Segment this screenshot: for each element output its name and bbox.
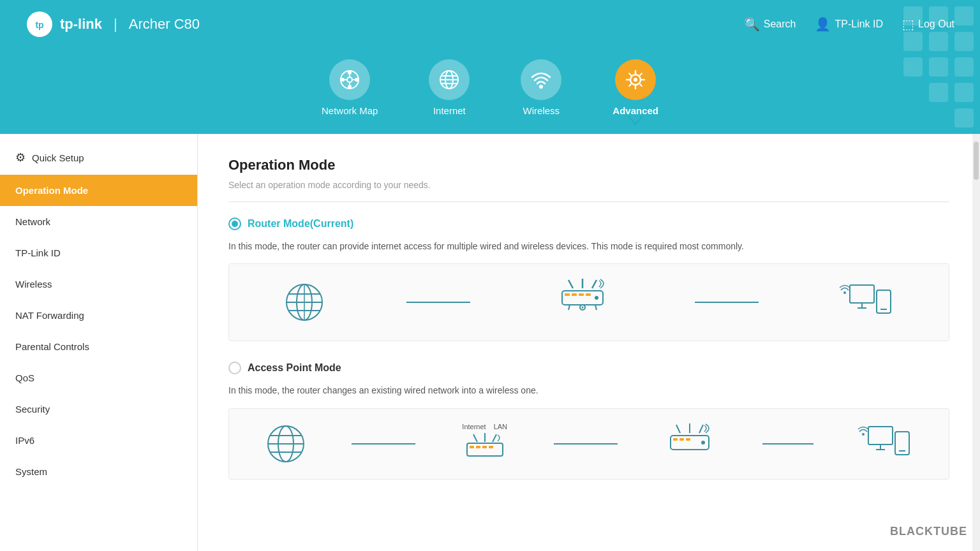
logo-model: Archer C80: [129, 16, 200, 33]
network-map-svg: [338, 68, 361, 91]
router-mode-radio[interactable]: [228, 217, 241, 230]
sidebar-item-network-label: Network: [15, 216, 50, 227]
router-mode-title[interactable]: Router Mode(Current): [248, 218, 353, 230]
ap-diagram-router2: [661, 422, 718, 466]
access-point-mode-radio[interactable]: [228, 362, 241, 374]
internet-label: Internet: [433, 105, 466, 116]
sidebar-item-wireless[interactable]: Wireless: [0, 268, 197, 300]
svg-point-29: [539, 85, 543, 89]
svg-line-56: [595, 305, 597, 310]
ap-internet-label: Internet: [462, 423, 486, 430]
svg-point-86: [862, 433, 865, 436]
svg-rect-11: [954, 108, 974, 128]
svg-point-59: [843, 291, 846, 294]
sidebar-item-system[interactable]: System: [0, 456, 197, 487]
svg-point-15: [347, 77, 352, 82]
svg-rect-84: [686, 438, 690, 441]
sidebar-item-ipv6[interactable]: IPv6: [0, 425, 197, 456]
content-scrollbar-thumb: [974, 142, 979, 180]
svg-point-58: [581, 307, 583, 309]
page-title: Operation Mode: [228, 157, 949, 173]
svg-rect-82: [673, 438, 678, 441]
ap-switch: Internet LAN: [459, 423, 510, 465]
sidebar-item-operation-mode[interactable]: Operation Mode: [0, 175, 197, 206]
sidebar-item-security[interactable]: Security: [0, 393, 197, 425]
logo-brand: tp-link: [60, 16, 102, 33]
page-subtitle: Select an operation mode according to yo…: [228, 180, 949, 202]
access-point-mode-title[interactable]: Access Point Mode: [248, 362, 341, 374]
wireless-svg: [530, 68, 553, 91]
access-point-mode-desc: In this mode, the router changes an exis…: [228, 383, 949, 397]
svg-line-78: [676, 425, 680, 433]
access-point-mode-header: Access Point Mode: [228, 362, 949, 374]
tab-wireless[interactable]: Wireless: [521, 59, 561, 116]
router-mode-section: Router Mode(Current) In this mode, the r…: [228, 217, 949, 341]
svg-rect-75: [476, 446, 480, 448]
sidebar-item-system-label: System: [15, 466, 47, 477]
tplink-logo-icon: tp: [26, 10, 54, 38]
router-mode-diagram: [228, 263, 949, 341]
sidebar-item-quick-setup-label: Quick Setup: [32, 152, 84, 163]
header-top: tp tp-link | Archer C80 🔍 Search 👤 TP-Li…: [0, 0, 980, 48]
router-diagram-globe: [282, 280, 327, 325]
content-scrollbar[interactable]: [972, 134, 980, 551]
nav-tabs: Network Map Internet: [0, 48, 980, 134]
svg-rect-2: [954, 6, 974, 26]
tab-internet[interactable]: Internet: [429, 59, 470, 116]
sidebar-item-operation-mode-label: Operation Mode: [15, 185, 88, 196]
svg-rect-50: [565, 293, 570, 296]
svg-rect-73: [467, 443, 503, 456]
svg-rect-0: [903, 6, 923, 26]
search-label: Search: [764, 18, 796, 30]
header-pattern: [852, 0, 980, 134]
sidebar-item-ipv6-label: IPv6: [15, 435, 34, 446]
svg-rect-60: [850, 285, 874, 303]
svg-rect-9: [929, 83, 948, 102]
svg-rect-8: [954, 57, 974, 77]
wireless-label: Wireless: [523, 105, 560, 116]
content-area: Operation Mode Select an operation mode …: [198, 134, 980, 551]
tab-advanced[interactable]: Advanced: [612, 59, 658, 116]
svg-point-54: [595, 296, 598, 300]
sidebar-item-qos-label: QoS: [15, 372, 34, 383]
svg-line-72: [493, 434, 496, 442]
sidebar-item-tp-link-id[interactable]: TP-Link ID: [0, 237, 197, 268]
line-router-devices: [695, 302, 759, 303]
svg-point-85: [701, 441, 705, 444]
ap-router-svg: [459, 433, 510, 465]
svg-rect-77: [489, 446, 493, 448]
svg-line-55: [568, 305, 570, 310]
sidebar-item-parental-controls-label: Parental Controls: [15, 341, 89, 352]
ap-diagram-globe: [264, 422, 308, 466]
sidebar-item-parental-controls[interactable]: Parental Controls: [0, 331, 197, 362]
svg-rect-4: [929, 32, 948, 51]
tab-network-map[interactable]: Network Map: [322, 59, 378, 116]
logo: tp tp-link | Archer C80: [26, 10, 200, 38]
ap-diagram-devices: [857, 422, 914, 466]
search-icon: 🔍: [744, 17, 760, 32]
sidebar-item-qos[interactable]: QoS: [0, 362, 197, 393]
svg-text:tp: tp: [35, 20, 43, 30]
ap-lan-label: LAN: [494, 423, 507, 430]
sidebar-item-tp-link-id-label: TP-Link ID: [15, 247, 61, 258]
sidebar-item-nat-forwarding[interactable]: NAT Forwarding: [0, 300, 197, 331]
svg-point-18: [341, 78, 345, 82]
line-globe-router: [406, 302, 470, 303]
svg-rect-1: [929, 6, 948, 26]
svg-line-70: [473, 434, 477, 442]
header: tp tp-link | Archer C80 🔍 Search 👤 TP-Li…: [0, 0, 980, 134]
router-mode-header: Router Mode(Current): [228, 217, 949, 230]
svg-line-48: [592, 280, 597, 288]
watermark: BLACKTUBE: [890, 525, 967, 538]
svg-rect-3: [903, 32, 923, 51]
ap-line3: [762, 443, 813, 444]
sidebar-item-network[interactable]: Network: [0, 206, 197, 237]
active-tab-arrow: [628, 116, 643, 125]
svg-rect-7: [929, 57, 948, 77]
advanced-svg: [624, 68, 647, 91]
main-layout: ⚙ Quick Setup Operation Mode Network TP-…: [0, 134, 980, 551]
sidebar-item-security-label: Security: [15, 404, 50, 415]
svg-rect-83: [679, 438, 684, 441]
sidebar-item-quick-setup[interactable]: ⚙ Quick Setup: [0, 140, 197, 175]
search-action[interactable]: 🔍 Search: [744, 17, 796, 32]
